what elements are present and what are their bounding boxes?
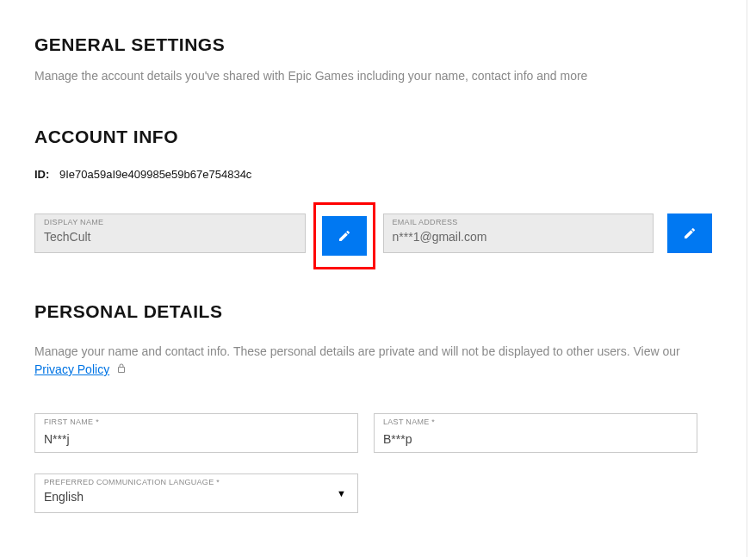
personal-details-desc: Manage your name and contact info. These… <box>34 343 712 379</box>
pencil-icon <box>683 226 697 240</box>
account-id-row: ID: 9Ie70a59aI9e409985e59b67e754834c <box>34 168 712 181</box>
email-field-wrap: EMAIL ADDRESS n***1@gmail.com <box>383 214 654 258</box>
display-name-field-wrap: DISPLAY NAME TechCult <box>34 214 306 258</box>
personal-desc-text: Manage your name and contact info. These… <box>34 344 680 358</box>
language-label: PREFERRED COMMUNICATION LANGUAGE * <box>44 478 220 486</box>
last-name-label: LAST NAME * <box>383 418 435 426</box>
email-label: EMAIL ADDRESS <box>393 218 458 226</box>
last-name-field-wrap: LAST NAME * <box>374 413 697 453</box>
account-id-value: 9Ie70a59aI9e409985e59b67e754834c <box>59 168 251 181</box>
first-name-label: FIRST NAME * <box>44 418 99 426</box>
display-name-label: DISPLAY NAME <box>44 218 103 226</box>
edit-email-button[interactable] <box>667 214 712 253</box>
language-select-wrap: PREFERRED COMMUNICATION LANGUAGE * Engli… <box>34 473 358 513</box>
lock-icon <box>116 362 127 379</box>
general-settings-title: GENERAL SETTINGS <box>34 34 712 55</box>
personal-details-title: PERSONAL DETAILS <box>34 301 712 322</box>
pencil-icon <box>338 229 351 243</box>
edit-display-name-button[interactable] <box>322 216 367 256</box>
general-settings-desc: Manage the account details you've shared… <box>34 67 712 85</box>
account-info-title: ACCOUNT INFO <box>34 127 712 147</box>
first-name-field-wrap: FIRST NAME * <box>34 413 358 453</box>
account-id-label: ID: <box>34 168 49 181</box>
highlight-annotation <box>313 202 375 269</box>
privacy-policy-link[interactable]: Privacy Policy <box>34 362 109 376</box>
